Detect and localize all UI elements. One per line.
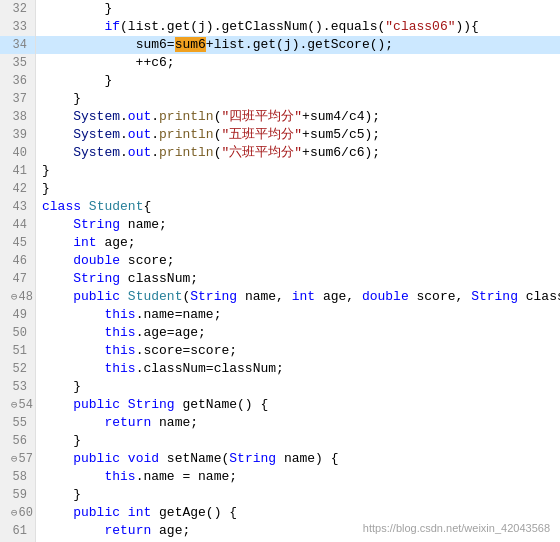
line-content-42: } [36,180,560,198]
line-number-37: 37 [0,90,36,108]
line-37: 37 } [0,90,560,108]
line-33: 33 if(list.get(j).getClassNum().equals("… [0,18,560,36]
code-lines: 32 } 33 if(list.get(j).getClassNum().equ… [0,0,560,542]
line-number-40: 40 [0,144,36,162]
line-38: 38 System.out.println("四班平均分"+sum4/c4); [0,108,560,126]
line-number-39: 39 [0,126,36,144]
line-content-33: if(list.get(j).getClassNum().equals("cla… [36,18,560,36]
line-number-59: 59 [0,486,36,504]
line-39: 39 System.out.println("五班平均分"+sum5/c5); [0,126,560,144]
line-content-52: this.classNum=classNum; [36,360,560,378]
line-number-35: 35 [0,54,36,72]
line-number-44: 44 [0,216,36,234]
line-content-43: class Student{ [36,198,560,216]
line-number-33: 33 [0,18,36,36]
line-56: 56 } [0,432,560,450]
line-number-49: 49 [0,306,36,324]
line-number-50: 50 [0,324,36,342]
line-content-54: public String getName() { [36,396,560,414]
line-43: 43 class Student{ [0,198,560,216]
line-number-58: 58 [0,468,36,486]
line-content-55: return name; [36,414,560,432]
line-content-45: int age; [36,234,560,252]
line-number-42: 42 [0,180,36,198]
line-content-41: } [36,162,560,180]
line-number-57: ⊖57 [0,450,36,468]
line-content-46: double score; [36,252,560,270]
watermark: https://blog.csdn.net/weixin_42043568 [363,522,550,534]
line-number-53: 53 [0,378,36,396]
line-content-47: String classNum; [36,270,560,288]
line-content-50: this.age=age; [36,324,560,342]
line-number-43: 43 [0,198,36,216]
line-content-51: this.score=score; [36,342,560,360]
line-content-53: } [36,378,560,396]
line-number-52: 52 [0,360,36,378]
line-52: 52 this.classNum=classNum; [0,360,560,378]
line-content-39: System.out.println("五班平均分"+sum5/c5); [36,126,560,144]
line-40: 40 System.out.println("六班平均分"+sum6/c6); [0,144,560,162]
line-number-46: 46 [0,252,36,270]
line-54: ⊖54 public String getName() { [0,396,560,414]
line-number-32: 32 [0,0,36,18]
line-number-41: 41 [0,162,36,180]
line-53: 53 } [0,378,560,396]
line-content-59: } [36,486,560,504]
line-35: 35 ++c6; [0,54,560,72]
line-42: 42 } [0,180,560,198]
line-content-40: System.out.println("六班平均分"+sum6/c6); [36,144,560,162]
line-content-57: public void setName(String name) { [36,450,560,468]
line-36: 36 } [0,72,560,90]
line-44: 44 String name; [0,216,560,234]
line-49: 49 this.name=name; [0,306,560,324]
line-60: ⊖60 public int getAge() { [0,504,560,522]
line-content-35: ++c6; [36,54,560,72]
line-41: 41 } [0,162,560,180]
line-number-55: 55 [0,414,36,432]
line-number-45: 45 [0,234,36,252]
line-34: 34 sum6=sum6+list.get(j).getScore(); [0,36,560,54]
line-45: 45 int age; [0,234,560,252]
line-50: 50 this.age=age; [0,324,560,342]
line-number-56: 56 [0,432,36,450]
line-content-56: } [36,432,560,450]
line-32: 32 } [0,0,560,18]
line-content-60: public int getAge() { [36,504,560,522]
line-57: ⊖57 public void setName(String name) { [0,450,560,468]
line-number-48: ⊖48 [0,288,36,306]
line-number-36: 36 [0,72,36,90]
line-content-37: } [36,90,560,108]
line-content-44: String name; [36,216,560,234]
line-number-51: 51 [0,342,36,360]
line-content-49: this.name=name; [36,306,560,324]
line-content-48: public Student(String name, int age, dou… [36,288,560,306]
line-59: 59 } [0,486,560,504]
code-editor: 32 } 33 if(list.get(j).getClassNum().equ… [0,0,560,542]
line-content-36: } [36,72,560,90]
line-number-60: ⊖60 [0,504,36,522]
line-number-61: 61 [0,522,36,540]
line-46: 46 double score; [0,252,560,270]
line-47: 47 String classNum; [0,270,560,288]
line-number-47: 47 [0,270,36,288]
line-48: ⊖48 public Student(String name, int age,… [0,288,560,306]
line-55: 55 return name; [0,414,560,432]
line-content-34: sum6=sum6+list.get(j).getScore(); [36,36,560,54]
line-58: 58 this.name = name; [0,468,560,486]
line-content-58: this.name = name; [36,468,560,486]
line-51: 51 this.score=score; [0,342,560,360]
line-number-34: 34 [0,36,36,54]
line-content-38: System.out.println("四班平均分"+sum4/c4); [36,108,560,126]
line-content-32: } [36,0,560,18]
line-number-54: ⊖54 [0,396,36,414]
line-number-38: 38 [0,108,36,126]
